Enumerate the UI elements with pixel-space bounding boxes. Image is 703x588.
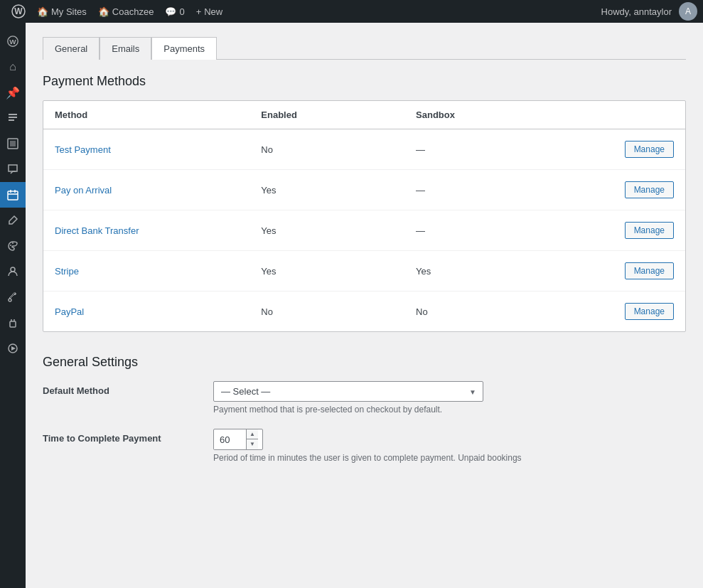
time-complete-control: ▲ ▼ Period of time in minutes the user i… bbox=[213, 429, 686, 463]
table-row: Stripe Yes Yes Manage bbox=[43, 251, 685, 292]
avatar[interactable]: A bbox=[679, 2, 697, 21]
payment-sandbox-paypal: No bbox=[416, 306, 571, 317]
payment-sandbox-bank: — bbox=[416, 225, 571, 236]
tab-payments[interactable]: Payments bbox=[151, 37, 217, 60]
payment-enabled-arrival: Yes bbox=[261, 185, 416, 196]
payment-sandbox-test: — bbox=[416, 144, 571, 155]
sidebar-icon-tools[interactable] bbox=[0, 284, 26, 310]
number-spinners: ▲ ▼ bbox=[246, 429, 258, 449]
payment-enabled-stripe: Yes bbox=[261, 266, 416, 277]
manage-paypal-button[interactable]: Manage bbox=[625, 303, 674, 320]
sidebar-icon-media[interactable] bbox=[0, 131, 26, 156]
payment-methods-table: Method Enabled Sandbox Test Payment No —… bbox=[43, 100, 686, 332]
svg-point-13 bbox=[9, 299, 11, 301]
time-complete-row: Time to Complete Payment ▲ ▼ Period of t… bbox=[43, 429, 686, 463]
sidebar-icon-calendar[interactable] bbox=[0, 182, 26, 208]
sidebar-icon-dashboard[interactable]: ⌂ bbox=[0, 54, 26, 80]
col-method: Method bbox=[55, 109, 261, 120]
home-icon: 🏠 bbox=[37, 6, 48, 17]
svg-text:W: W bbox=[14, 6, 23, 16]
site-home-icon: 🏠 bbox=[98, 6, 109, 17]
svg-rect-5 bbox=[9, 117, 17, 118]
col-actions bbox=[571, 109, 674, 120]
comment-bubble-icon: 💬 bbox=[165, 6, 176, 17]
payment-enabled-bank: Yes bbox=[261, 225, 416, 236]
svg-rect-8 bbox=[10, 141, 16, 146]
comments-link[interactable]: 💬 0 bbox=[159, 0, 190, 23]
time-complete-description: Period of time in minutes the user is gi… bbox=[213, 453, 686, 463]
sidebar-icon-comments[interactable] bbox=[0, 156, 26, 182]
col-enabled: Enabled bbox=[261, 109, 416, 120]
col-sandbox: Sandbox bbox=[416, 109, 571, 120]
sidebar-icon-plugins[interactable] bbox=[0, 310, 26, 336]
table-row: Test Payment No — Manage bbox=[43, 129, 685, 170]
plus-icon: + bbox=[196, 6, 202, 17]
svg-rect-6 bbox=[9, 119, 14, 121]
default-method-control: — Select — Test Payment Pay on Arrival D… bbox=[213, 381, 686, 415]
svg-point-11 bbox=[12, 242, 14, 244]
payment-name-arrival[interactable]: Pay on Arrival bbox=[55, 185, 261, 196]
default-method-row: Default Method — Select — Test Payment P… bbox=[43, 381, 686, 415]
payment-enabled-test: No bbox=[261, 144, 416, 155]
svg-rect-14 bbox=[10, 321, 16, 327]
time-complete-label: Time to Complete Payment bbox=[43, 429, 213, 444]
svg-text:W: W bbox=[9, 38, 16, 46]
spinner-up-button[interactable]: ▲ bbox=[247, 429, 258, 439]
sidebar-icon-wordpress[interactable]: W bbox=[0, 28, 26, 54]
default-method-select-wrapper: — Select — Test Payment Pay on Arrival D… bbox=[213, 381, 483, 402]
svg-rect-9 bbox=[8, 191, 18, 200]
settings-tabs: General Emails Payments bbox=[43, 37, 686, 60]
sidebar-icon-brush[interactable] bbox=[0, 208, 26, 233]
default-method-description: Payment method that is pre-selected on c… bbox=[213, 405, 686, 415]
spinner-down-button[interactable]: ▼ bbox=[247, 439, 258, 449]
payment-name-paypal[interactable]: PayPal bbox=[55, 306, 261, 317]
payment-sandbox-arrival: — bbox=[416, 185, 571, 196]
tab-general[interactable]: General bbox=[43, 37, 100, 60]
table-row: PayPal No No Manage bbox=[43, 292, 685, 331]
svg-rect-4 bbox=[9, 114, 17, 115]
svg-point-10 bbox=[10, 245, 11, 246]
site-name-link[interactable]: 🏠 Coachzee bbox=[92, 0, 160, 23]
time-complete-input[interactable] bbox=[214, 430, 246, 449]
general-settings-title: General Settings bbox=[43, 355, 686, 370]
svg-point-12 bbox=[11, 267, 15, 272]
my-sites-link[interactable]: 🏠 My Sites bbox=[31, 0, 92, 23]
default-method-select[interactable]: — Select — Test Payment Pay on Arrival D… bbox=[213, 381, 483, 402]
manage-stripe-button[interactable]: Manage bbox=[625, 262, 674, 279]
manage-test-button[interactable]: Manage bbox=[625, 141, 674, 158]
payment-methods-title: Payment Methods bbox=[43, 74, 686, 89]
admin-bar: W 🏠 My Sites 🏠 Coachzee 💬 0 + New Howdy,… bbox=[0, 0, 703, 23]
sidebar-icon-pin[interactable]: 📌 bbox=[0, 80, 26, 105]
admin-bar-right: Howdy, anntaylor A bbox=[601, 2, 697, 21]
tab-emails[interactable]: Emails bbox=[100, 37, 151, 60]
sidebar-icon-paint[interactable] bbox=[0, 233, 26, 259]
table-row: Direct Bank Transfer Yes — Manage bbox=[43, 210, 685, 251]
manage-arrival-button[interactable]: Manage bbox=[625, 181, 674, 198]
payment-name-bank[interactable]: Direct Bank Transfer bbox=[55, 225, 261, 236]
main-content: General Emails Payments Payment Methods … bbox=[26, 23, 703, 588]
default-method-label: Default Method bbox=[43, 381, 213, 396]
sidebar-icon-play[interactable] bbox=[0, 336, 26, 361]
sidebar: W ⌂ 📌 bbox=[0, 23, 26, 588]
new-content-link[interactable]: + New bbox=[190, 0, 229, 23]
payment-name-test[interactable]: Test Payment bbox=[55, 144, 261, 155]
manage-bank-button[interactable]: Manage bbox=[625, 222, 674, 239]
payment-enabled-paypal: No bbox=[261, 306, 416, 317]
payment-sandbox-stripe: Yes bbox=[416, 266, 571, 277]
general-settings-section: Default Method — Select — Test Payment P… bbox=[43, 381, 686, 463]
wordpress-logo[interactable]: W bbox=[6, 0, 31, 23]
howdy-label: Howdy, anntaylor bbox=[601, 6, 672, 17]
sidebar-icon-users[interactable] bbox=[0, 259, 26, 284]
time-complete-input-wrapper: ▲ ▼ bbox=[213, 429, 263, 450]
payment-name-stripe[interactable]: Stripe bbox=[55, 266, 261, 277]
table-row: Pay on Arrival Yes — Manage bbox=[43, 170, 685, 210]
sidebar-icon-posts[interactable] bbox=[0, 105, 26, 131]
table-header: Method Enabled Sandbox bbox=[43, 101, 685, 129]
